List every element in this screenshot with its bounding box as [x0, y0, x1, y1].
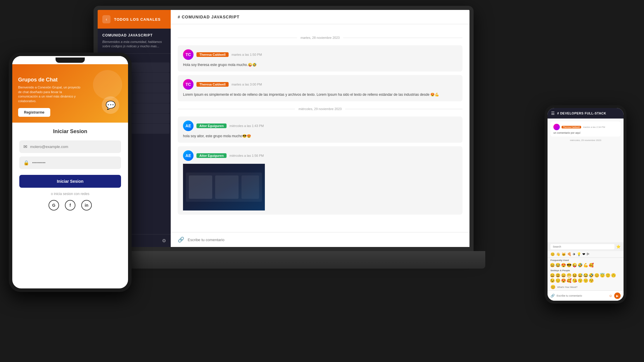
chat-input[interactable]: [188, 238, 462, 242]
social-divider: o inicia sesion con redes: [19, 192, 121, 196]
emoji-item[interactable]: 😎: [567, 263, 572, 267]
linkedin-login-button[interactable]: in: [81, 200, 92, 210]
password-input[interactable]: [32, 161, 117, 165]
emoji-item[interactable]: 😄: [561, 273, 566, 278]
right-msg-time: martes a las 2:34 PM: [583, 126, 605, 128]
message-time-3: miércoles a las 1:43 PM: [229, 124, 264, 128]
hero-decoration: [93, 70, 122, 99]
chat-input-area: 🔗: [171, 232, 469, 247]
login-button[interactable]: Iniciar Sesion: [19, 175, 121, 188]
right-attach-icon[interactable]: 🔗: [550, 294, 555, 298]
emoji-category-bar: 😊 👋 🐱 🍕 ✈ 💡 ❤ 🏳: [548, 251, 624, 258]
emoji-cat-symbols[interactable]: ❤: [582, 252, 585, 256]
emoji-cat-travel[interactable]: ✈: [573, 252, 576, 256]
avatar-theresa-2: TC: [183, 79, 194, 90]
social-icons: G f in: [19, 200, 121, 210]
chat-application: ‹ TODOS LOS CANALES COMUNIDAD JAVASCRIPT…: [98, 10, 469, 247]
right-msg-header-1: Theresa Caldwell martes a las 2:34 PM: [553, 124, 618, 130]
mobile-device-right: ☰ # DEVELOPERS FULL-STACK Theresa Caldwe…: [545, 105, 626, 304]
emoji-item[interactable]: 😍: [561, 263, 566, 267]
emoji-item[interactable]: 😂: [555, 263, 560, 267]
emoji-cat-smileys[interactable]: 😊: [550, 252, 555, 256]
mobile-notch-left: [56, 58, 85, 63]
facebook-login-button[interactable]: f: [65, 200, 75, 210]
emoji-item[interactable]: 🥰: [589, 263, 594, 267]
right-user-badge: Theresa Caldwell: [562, 126, 581, 128]
svg-rect-3: [189, 175, 212, 199]
message-text-3: hola soy aitor, este grupo mola mucho😎😍: [183, 133, 457, 139]
emoji-item[interactable]: 💪: [583, 263, 588, 267]
image-preview: [183, 164, 265, 210]
emoji-item[interactable]: 🙃: [611, 273, 616, 278]
settings-icon[interactable]: ⚙: [162, 238, 166, 243]
emoji-item[interactable]: 😌: [555, 278, 560, 283]
emoji-item[interactable]: 😀: [550, 273, 555, 278]
message-block-3: AE Aitor Eguiguren miércoles a las 1:43 …: [178, 116, 462, 143]
laptop-screen: ‹ TODOS LOS CANALES COMUNIDAD JAVASCRIPT…: [94, 6, 474, 251]
message-header-2: TC Theresa Caldwell martes a las 3:00 PM: [183, 79, 457, 90]
main-chat-area: # COMUNIDAD JAVASCRIPT martes, 28 noviem…: [171, 10, 469, 247]
emoji-item[interactable]: 😚: [589, 278, 594, 283]
right-send-button[interactable]: ▶: [614, 293, 621, 299]
emoji-item[interactable]: 😘: [572, 278, 577, 283]
mobile-hero: Grupos de Chat Bienvenido a Conexión Gru…: [12, 64, 128, 123]
emoji-search-input[interactable]: [550, 244, 614, 249]
emoji-item[interactable]: 😜: [572, 263, 577, 267]
mood-emoji[interactable]: 😊: [550, 285, 555, 289]
emoji-item[interactable]: 😍: [561, 278, 566, 283]
emoji-item[interactable]: 😙: [583, 278, 588, 283]
sidebar-header: ‹ TODOS LOS CANALES: [98, 10, 171, 29]
smileys-grid: 😀 😃 😄 😁 😆 😅 😂 🤣 😊 😇 🙂 🙃 😉 😌 😍 🥰 😘 😗 😙: [548, 272, 624, 283]
emoji-cat-animals[interactable]: 🐱: [562, 252, 566, 256]
hamburger-icon[interactable]: ☰: [551, 111, 555, 116]
mobile-login-section: Iniciar Sesion ✉ 🔒 Iniciar Sesion o inic…: [12, 123, 128, 288]
emoji-item[interactable]: 😗: [578, 278, 583, 283]
message-time-2: martes a las 3:00 PM: [232, 83, 262, 86]
emoji-item[interactable]: 🙂: [605, 273, 610, 278]
emoji-item[interactable]: 🤣: [589, 273, 594, 278]
email-input-group: ✉: [19, 140, 121, 153]
emoji-cat-gestures[interactable]: 👋: [556, 252, 560, 256]
mobile-left-inner: Grupos de Chat Bienvenido a Conexión Gru…: [12, 56, 128, 288]
messages-area: martes, 28 noviembre 2023 TC Theresa Cal…: [171, 24, 469, 232]
channel-info: COMUNIDAD JAVASCRIPT Bienvenidos a esta …: [98, 29, 171, 54]
laptop-device: ‹ TODOS LOS CANALES COMUNIDAD JAVASCRIPT…: [82, 6, 485, 274]
emoji-picker: ⭐ 😊 👋 🐱 🍕 ✈ 💡 ❤ 🏳 Frequently Used 😀 😂 😍 …: [548, 242, 624, 290]
register-button[interactable]: Registrarme: [18, 108, 50, 117]
login-title: Iniciar Sesion: [19, 128, 121, 135]
emoji-item[interactable]: 😀: [550, 263, 555, 267]
frequently-used-grid: 😀 😂 😍 😎 😜 🤣 💪 🥰: [548, 262, 624, 268]
emoji-item[interactable]: 😇: [600, 273, 605, 278]
user-badge-theresa-2: Theresa Caldwell: [196, 82, 229, 87]
mobile-device-left: Grupos de Chat Bienvenido a Conexión Gru…: [9, 53, 132, 292]
password-input-group: 🔒: [19, 156, 121, 169]
emoji-cat-food[interactable]: 🍕: [567, 252, 572, 256]
emoji-cat-flags[interactable]: 🏳: [586, 252, 590, 256]
hero-title: Grupos de Chat: [18, 77, 82, 83]
emoji-item[interactable]: 🤣: [578, 263, 583, 267]
google-login-button[interactable]: G: [49, 200, 59, 210]
emoji-item[interactable]: 😆: [572, 273, 577, 278]
user-badge-theresa-1: Theresa Caldwell: [196, 52, 229, 57]
emoji-search-area: ⭐: [548, 242, 624, 251]
email-input[interactable]: [30, 145, 117, 149]
chat-header: # COMUNIDAD JAVASCRIPT: [171, 10, 469, 24]
emoji-item[interactable]: 🥰: [567, 278, 572, 283]
right-message-1: Theresa Caldwell martes a las 2:34 PM un…: [550, 121, 621, 137]
emoji-item[interactable]: 😊: [594, 273, 599, 278]
emoji-item[interactable]: 😂: [583, 273, 588, 278]
right-emoji-icon[interactable]: ☺: [609, 294, 612, 298]
emoji-item[interactable]: 😃: [555, 273, 560, 278]
emoji-item[interactable]: 😅: [578, 273, 583, 278]
emoji-item[interactable]: 😉: [550, 278, 555, 283]
message-text-1: Hola soy theresa este grupo mola mucho.😜…: [183, 62, 457, 67]
message-block-1: TC Theresa Caldwell martes a las 1:50 PM…: [178, 45, 462, 72]
date-divider-2: miércoles, 29 noviembre 2023: [178, 107, 462, 111]
right-chat-input[interactable]: [557, 294, 607, 297]
message-time-4: miércoles a las 1:56 PM: [229, 154, 264, 157]
emoji-cat-objects[interactable]: 💡: [577, 252, 581, 256]
attach-icon[interactable]: 🔗: [178, 236, 184, 243]
date-divider-1: martes, 28 noviembre 2023: [178, 36, 462, 39]
emoji-item[interactable]: 😁: [567, 273, 572, 278]
back-button[interactable]: ‹: [102, 15, 111, 23]
